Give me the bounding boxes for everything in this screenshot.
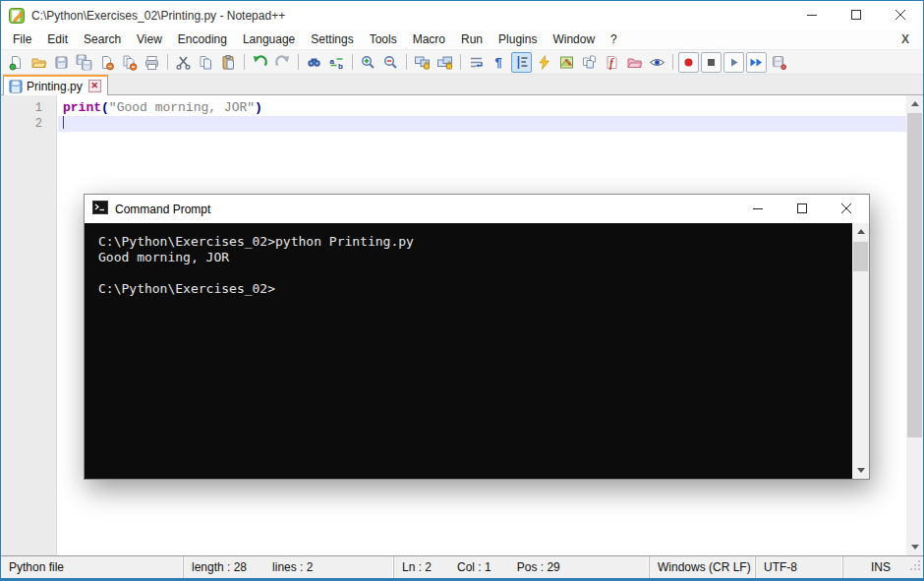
minimize-icon[interactable] <box>790 1 835 29</box>
folder-as-workspace-icon <box>626 54 643 71</box>
status-encoding: UTF-8 <box>756 556 843 578</box>
zoom-in-button[interactable] <box>358 52 378 73</box>
tab-bar: Printing.py ✕ <box>1 75 923 95</box>
scrollbar-thumb[interactable] <box>907 113 922 437</box>
status-lines: lines : 2 <box>272 560 313 574</box>
folder-as-workspace-button[interactable] <box>624 52 645 73</box>
word-wrap-icon <box>468 54 485 71</box>
undo-icon <box>252 54 268 71</box>
save-all-button[interactable] <box>74 52 94 73</box>
sync-vertical-button[interactable] <box>412 52 433 73</box>
find-icon <box>306 54 322 71</box>
tab-close-icon[interactable]: ✕ <box>88 80 101 92</box>
command-prompt-controls <box>736 195 869 223</box>
sync-horizontal-icon <box>436 54 453 71</box>
maximize-icon[interactable] <box>835 1 879 29</box>
indent-guide-button[interactable] <box>511 52 532 73</box>
menu-view[interactable]: View <box>129 30 170 48</box>
terminal-scroll-up-icon[interactable] <box>852 223 869 240</box>
zoom-in-icon <box>360 54 376 71</box>
status-eol-format: Windows (CR LF) <box>650 556 756 578</box>
menu-run[interactable]: Run <box>453 30 491 48</box>
function-list-icon: f <box>604 54 620 71</box>
command-prompt-title-bar[interactable]: Command Prompt <box>85 195 869 223</box>
window-title: C:\Python\Exercises_02\Printing.py - Not… <box>31 9 285 23</box>
monitoring-button[interactable] <box>647 52 667 73</box>
tab-printing-py[interactable]: Printing.py ✕ <box>3 75 108 95</box>
code-token: ) <box>255 100 262 115</box>
macro-run-multiple-button[interactable] <box>746 52 767 73</box>
user-defined-dialog-icon <box>536 54 552 71</box>
new-file-icon <box>8 54 25 71</box>
menu-settings[interactable]: Settings <box>303 30 361 48</box>
menu-close-x[interactable]: X <box>892 32 919 46</box>
document-map-button[interactable] <box>556 52 577 73</box>
close-file-button[interactable] <box>96 52 117 73</box>
word-wrap-button[interactable] <box>466 52 487 73</box>
copy-button[interactable] <box>196 52 216 73</box>
user-defined-dialog-button[interactable] <box>534 52 554 73</box>
close-all-button[interactable] <box>119 52 140 73</box>
menu-plugins[interactable]: Plugins <box>491 30 545 48</box>
terminal-scrollbar-thumb[interactable] <box>853 242 868 271</box>
command-prompt-window[interactable]: Command Prompt C:\Python\Exercises_02>py… <box>84 194 870 480</box>
terminal-output[interactable]: C:\Python\Exercises_02>python Printing.p… <box>85 223 869 479</box>
macro-stop-button[interactable] <box>701 52 722 73</box>
macro-play-button[interactable] <box>723 52 744 73</box>
toolbar-separator <box>352 54 353 70</box>
copy-icon <box>198 54 214 71</box>
menu-language[interactable]: Language <box>235 30 303 48</box>
paste-button[interactable] <box>218 52 239 73</box>
terminal-line <box>98 265 839 281</box>
menu-file[interactable]: File <box>5 30 39 48</box>
menu-window[interactable]: Window <box>545 30 603 48</box>
command-prompt-icon <box>92 200 108 219</box>
show-all-characters-icon: ¶ <box>491 54 507 71</box>
show-all-characters-button[interactable]: ¶ <box>489 52 509 73</box>
macro-save-icon <box>771 54 787 71</box>
save-button[interactable] <box>51 52 72 73</box>
close-icon[interactable] <box>879 1 923 29</box>
macro-run-multiple-icon <box>748 54 765 71</box>
find-button[interactable] <box>304 52 324 73</box>
line-number: 1 <box>1 100 56 116</box>
scroll-up-arrow-icon[interactable] <box>906 95 923 112</box>
terminal-line: C:\Python\Exercises_02>python Printing.p… <box>98 234 839 250</box>
menu-macro[interactable]: Macro <box>405 30 453 48</box>
cmd-minimize-icon[interactable] <box>736 195 780 223</box>
zoom-out-button[interactable] <box>380 52 401 73</box>
function-list-button[interactable]: f <box>602 52 622 73</box>
menu-search[interactable]: Search <box>76 30 129 48</box>
tab-label: Printing.py <box>27 80 83 93</box>
sync-horizontal-button[interactable] <box>434 52 455 73</box>
terminal-scrollbar[interactable] <box>852 223 869 479</box>
menu-tools[interactable]: Tools <box>362 30 405 48</box>
open-file-button[interactable] <box>29 52 49 73</box>
scroll-down-arrow-icon[interactable] <box>906 539 923 555</box>
svg-text:a: a <box>330 56 335 65</box>
cmd-close-icon[interactable] <box>825 195 869 223</box>
cut-button[interactable] <box>173 52 194 73</box>
code-line[interactable] <box>58 116 906 132</box>
document-list-button[interactable] <box>579 52 600 73</box>
status-size-info: length : 28 lines : 2 <box>184 556 394 578</box>
line-number: 2 <box>1 116 56 132</box>
menu-help[interactable]: ? <box>603 30 625 48</box>
code-line[interactable]: print("Good morning, JOR") <box>58 100 906 116</box>
new-file-button[interactable] <box>6 52 27 73</box>
redo-button[interactable] <box>272 52 293 73</box>
cmd-maximize-icon[interactable] <box>780 195 825 223</box>
replace-button[interactable]: ab <box>326 52 347 73</box>
macro-record-button[interactable] <box>678 52 699 73</box>
status-doc-type: Python file <box>1 556 184 578</box>
status-length: length : 28 <box>192 560 247 574</box>
macro-record-icon <box>680 54 697 71</box>
menu-edit[interactable]: Edit <box>39 30 76 48</box>
resize-grip-icon[interactable] <box>909 559 921 574</box>
macro-save-button[interactable] <box>769 52 789 73</box>
editor-vertical-scrollbar[interactable] <box>906 95 923 555</box>
terminal-scroll-down-icon[interactable] <box>852 462 869 479</box>
print-button[interactable] <box>142 52 162 73</box>
undo-button[interactable] <box>250 52 270 73</box>
menu-encoding[interactable]: Encoding <box>170 30 235 48</box>
